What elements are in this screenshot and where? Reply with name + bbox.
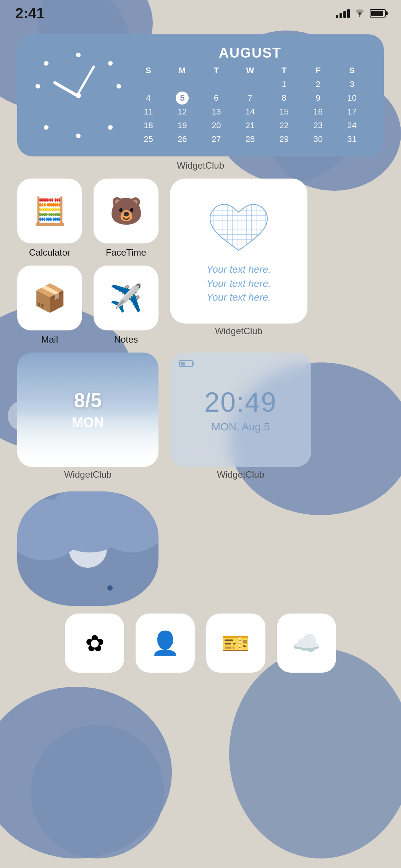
- bottom-dot: [107, 585, 113, 591]
- cal-day-6: 6: [200, 92, 233, 105]
- cal-hdr-f: F: [301, 64, 335, 77]
- clock-dot-9: [36, 84, 40, 89]
- heart-container: [200, 198, 277, 259]
- bottom-app-2[interactable]: 👤: [136, 614, 195, 673]
- weather-clock-row: 8/5 MON WidgetClub 20:49 MON, Aug.5 Widg…: [17, 353, 384, 488]
- facetime-app[interactable]: 🐻 FaceTime: [94, 179, 158, 258]
- calculator-emoji: 🧮: [33, 195, 66, 227]
- cal-day-18: 18: [132, 119, 165, 132]
- clock2-widget-container: 20:49 MON, Aug.5 WidgetClub: [170, 353, 311, 488]
- weather-date: 8/5: [74, 389, 102, 412]
- minute-hand: [76, 65, 95, 96]
- bottom-app-1[interactable]: ✿: [65, 614, 124, 673]
- cal-day-empty4: [234, 78, 267, 91]
- cal-day-23: 23: [301, 119, 335, 132]
- hour-hand: [53, 81, 78, 97]
- cal-hdr-s2: S: [335, 64, 369, 77]
- calculator-icon-bg[interactable]: 🧮: [17, 179, 82, 243]
- bottom-app-4-emoji: ☁️: [292, 630, 321, 657]
- clock-center: [76, 93, 81, 98]
- facetime-icon-bg[interactable]: 🐻: [94, 179, 158, 243]
- bottom-app-2-emoji: 👤: [151, 630, 179, 657]
- clock2-date: MON, Aug.5: [212, 421, 270, 433]
- weather-day: MON: [72, 415, 104, 431]
- heart-text-line3: Your text here.: [206, 290, 271, 304]
- cal-day-29: 29: [267, 133, 301, 146]
- heart-widget-container: Your text here. Your text here. Your tex…: [170, 179, 307, 344]
- clock-dot-11: [44, 61, 49, 66]
- cal-hdr-w: W: [234, 64, 267, 77]
- cal-day-10: 10: [335, 92, 369, 105]
- notes-app[interactable]: ✈️ Notes: [94, 266, 158, 345]
- cal-day-7: 7: [234, 92, 267, 105]
- bottom-app-3[interactable]: 🎫: [206, 614, 265, 673]
- bottom-cloud-widget[interactable]: [17, 491, 158, 606]
- heart-widget[interactable]: Your text here. Your text here. Your tex…: [170, 179, 307, 324]
- clock-dot-6: [76, 134, 81, 138]
- notes-icon-bg[interactable]: ✈️: [94, 266, 158, 330]
- clock2-time: 20:49: [204, 386, 277, 418]
- bottom-app-pair: 📦 Mail ✈️ Notes: [17, 266, 158, 345]
- cal-day-11: 11: [132, 105, 165, 118]
- cal-day-13: 13: [200, 105, 233, 118]
- cal-day-31: 31: [335, 133, 369, 146]
- cal-day-16: 16: [301, 105, 335, 118]
- cal-hdr-t1: T: [200, 64, 233, 77]
- small-apps-col: 🧮 Calculator 🐻 FaceTime 📦 Mail: [17, 179, 158, 345]
- battery-icon: [370, 9, 386, 18]
- cal-day-empty3: [200, 78, 233, 91]
- cal-day-24: 24: [335, 119, 369, 132]
- heart-widget-text: Your text here. Your text here. Your tex…: [206, 262, 271, 304]
- calendar-grid: S M T W T F S 1 2 3 4 5 6 7 8: [132, 64, 369, 146]
- bottom-app-1-emoji: ✿: [85, 630, 104, 657]
- cal-day-3: 3: [335, 78, 369, 91]
- heart-text-line2: Your text here.: [206, 277, 271, 290]
- clock-dot-1: [108, 61, 113, 66]
- heart-widget-label: WidgetClub: [215, 326, 262, 337]
- bar4: [347, 9, 350, 18]
- clock-calendar-widget[interactable]: AUGUST S M T W T F S 1 2 3 4 5 6: [17, 34, 384, 156]
- cal-day-19: 19: [166, 119, 199, 132]
- bottom-app-row: ✿ 👤 🎫 ☁️: [17, 614, 384, 673]
- calendar-month: AUGUST: [132, 45, 369, 61]
- bottom-app-3-emoji: 🎫: [222, 630, 250, 657]
- bottom-cloud-container: [17, 491, 158, 606]
- clock-dot-12: [76, 53, 81, 57]
- cal-day-1: 1: [267, 78, 301, 91]
- calculator-app[interactable]: 🧮 Calculator: [17, 179, 82, 258]
- wifi-icon: [354, 8, 365, 19]
- cal-day-26: 26: [166, 133, 199, 146]
- cal-hdr-m: M: [166, 64, 199, 77]
- status-icons: [336, 8, 386, 19]
- cal-hdr-s1: S: [132, 64, 165, 77]
- cal-day-28: 28: [234, 133, 267, 146]
- clock-dot-3: [116, 84, 121, 89]
- clock-dot-7: [44, 125, 49, 130]
- cal-day-20: 20: [200, 119, 233, 132]
- mail-app[interactable]: 📦 Mail: [17, 266, 82, 345]
- clock2-widget[interactable]: 20:49 MON, Aug.5: [170, 353, 311, 467]
- svg-point-0: [359, 15, 361, 17]
- weather-widget-container: 8/5 MON WidgetClub: [17, 353, 158, 488]
- cal-hdr-t2: T: [267, 64, 301, 77]
- cal-day-30: 30: [301, 133, 335, 146]
- widget1-label: WidgetClub: [17, 160, 384, 171]
- bottom-app-4[interactable]: ☁️: [277, 614, 336, 673]
- calculator-label: Calculator: [29, 247, 70, 258]
- cal-day-15: 15: [267, 105, 301, 118]
- battery-mini-container: [179, 360, 193, 367]
- top-app-pair: 🧮 Calculator 🐻 FaceTime: [17, 179, 158, 258]
- cal-day-25: 25: [132, 133, 165, 146]
- bar2: [340, 13, 342, 18]
- weather-widget-label: WidgetClub: [64, 469, 112, 480]
- mail-icon-bg[interactable]: 📦: [17, 266, 82, 330]
- cal-day-2: 2: [301, 78, 335, 91]
- notes-emoji: ✈️: [110, 282, 143, 314]
- cal-day-5-today[interactable]: 5: [176, 92, 189, 105]
- heart-text-line1: Your text here.: [206, 262, 271, 276]
- analog-clock: [32, 50, 124, 141]
- cal-day-17: 17: [335, 105, 369, 118]
- battery-mini-fill: [181, 362, 185, 366]
- weather-widget[interactable]: 8/5 MON: [17, 353, 158, 467]
- cal-day-21: 21: [234, 119, 267, 132]
